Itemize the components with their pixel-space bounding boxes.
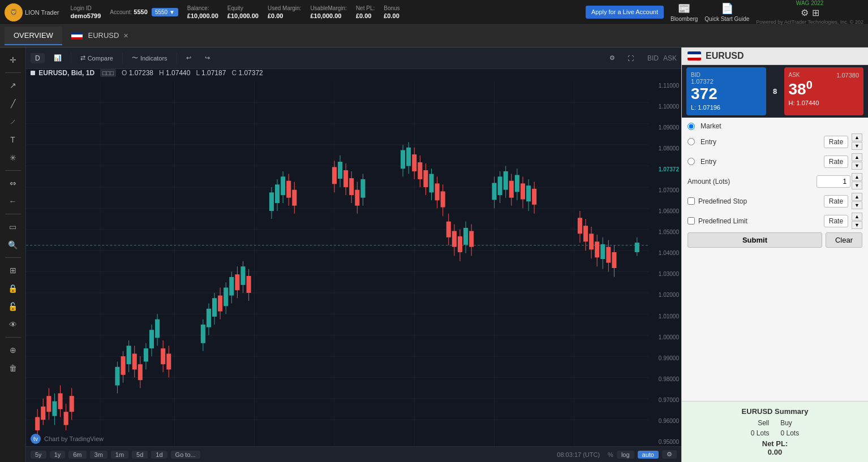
- draw-line-tool[interactable]: ╱: [4, 96, 22, 111]
- goto-button[interactable]: Go to...: [171, 451, 200, 459]
- crosshair-tool[interactable]: ✛: [4, 52, 22, 68]
- indicators-button[interactable]: 〜 Indicators: [127, 52, 172, 64]
- predefined-stop-rate-button[interactable]: Rate: [824, 195, 848, 208]
- undo-button[interactable]: ↩: [182, 53, 196, 63]
- gann-tool[interactable]: ✳: [4, 150, 22, 166]
- period-6m-button[interactable]: 6m: [68, 451, 86, 459]
- instrument-flag: [687, 51, 701, 61]
- quickstart-icon: 📄: [721, 2, 733, 15]
- y-tick: 0.99000: [651, 355, 679, 361]
- svg-rect-131: [509, 181, 514, 198]
- price-boxes: BID 1.07372 372 L: 1.07196 8 ASK 1.07380…: [682, 65, 868, 118]
- period-1y-button[interactable]: 1y: [50, 451, 66, 459]
- y-tick: 0.95000: [651, 439, 679, 445]
- rate2-up-button[interactable]: ▲: [852, 153, 862, 161]
- predefined-limit-rate-button[interactable]: Rate: [824, 215, 848, 227]
- limit-rate-up-button[interactable]: ▲: [852, 213, 862, 221]
- y-tick: 1.10000: [651, 103, 679, 110]
- account-badge[interactable]: 5550 ▼: [152, 8, 178, 16]
- overview-tab[interactable]: OVERVIEW: [5, 27, 62, 45]
- stop-rate-up-button[interactable]: ▲: [852, 193, 862, 201]
- ask-box[interactable]: ASK 1.07380 380 H: 1.07440: [784, 67, 864, 115]
- account-label: Account:: [110, 9, 132, 15]
- auto-button[interactable]: auto: [638, 451, 659, 459]
- svg-rect-83: [286, 181, 291, 198]
- rate2-down-button[interactable]: ▼: [852, 162, 862, 170]
- bid-box[interactable]: BID 1.07372 372 L: 1.07196: [686, 67, 766, 115]
- chart-settings-2-button[interactable]: ⚙: [662, 450, 677, 459]
- entry1-radio[interactable]: [687, 138, 695, 145]
- candle-icon: 📊: [54, 54, 62, 62]
- instrument-header: EURUSD: [682, 48, 868, 65]
- rate1-button[interactable]: Rate: [824, 136, 848, 148]
- back-tool[interactable]: ←: [4, 193, 22, 209]
- market-radio[interactable]: [687, 123, 695, 130]
- ohlc-color-dots: □□□: [100, 69, 116, 77]
- account-group: Login ID demo5799 Account: 5550 5550 ▼ B…: [71, 5, 586, 20]
- measure-tool[interactable]: ⇔: [4, 175, 22, 191]
- net-pl-label: Net PL:: [356, 5, 375, 12]
- layer-tool[interactable]: ⊕: [4, 342, 22, 358]
- used-margin-label: Used Margin:: [268, 5, 301, 12]
- svg-rect-111: [435, 183, 440, 200]
- template-tool[interactable]: ⊞: [4, 262, 22, 278]
- settings-icon[interactable]: ⚙: [801, 7, 809, 18]
- tv-logo: tv: [31, 434, 41, 444]
- bloomberg-button[interactable]: 📰 Bloomberg: [671, 2, 698, 22]
- svg-rect-123: [469, 231, 474, 247]
- eurusd-tab[interactable]: EURUSD ✕: [62, 27, 137, 45]
- y-tick: 1.00000: [651, 334, 679, 340]
- bonus-value: £0.00: [384, 12, 399, 20]
- chart-fullscreen-button[interactable]: ⛶: [623, 53, 638, 63]
- period-5d-button[interactable]: 5d: [132, 451, 148, 459]
- draw-ray-tool[interactable]: ⟋: [4, 114, 22, 129]
- indicators-icon: 〜: [132, 54, 138, 62]
- amount-input[interactable]: [817, 175, 850, 188]
- rate1-up-button[interactable]: ▲: [852, 133, 862, 141]
- unlock-tool[interactable]: 🔓: [4, 299, 22, 314]
- predefined-stop-row: Predefined Stop Rate ▲ ▼: [687, 193, 862, 209]
- log-button[interactable]: log: [617, 451, 634, 459]
- chart-settings-button[interactable]: ⚙: [605, 53, 620, 63]
- quick-start-button[interactable]: 📄 Quick Start Guide: [704, 2, 749, 22]
- rate1-down-button[interactable]: ▼: [852, 142, 862, 150]
- lock-tool[interactable]: 🔒: [4, 280, 22, 296]
- amount-up-button[interactable]: ▲: [852, 173, 862, 181]
- compare-button[interactable]: ⇄ Compare: [76, 53, 118, 63]
- summary-title: EURUSD Summary: [687, 407, 862, 416]
- period-1d-button[interactable]: 1d: [151, 451, 167, 459]
- period-5y-button[interactable]: 5y: [31, 451, 46, 459]
- close-tab-icon[interactable]: ✕: [123, 32, 128, 39]
- ask-label: ASK: [663, 54, 677, 62]
- amount-down-button[interactable]: ▼: [852, 182, 862, 189]
- delete-tool[interactable]: 🗑: [4, 360, 22, 376]
- net-pl-label: Net PL:: [762, 439, 788, 448]
- rate2-button[interactable]: Rate: [824, 156, 848, 168]
- candle-type-button[interactable]: 📊: [49, 53, 66, 63]
- apply-live-button[interactable]: Apply for a Live Account: [586, 6, 664, 18]
- text-tool[interactable]: T: [4, 132, 22, 148]
- summary-panel: EURUSD Summary Sell Buy 0 Lots 0 Lots Ne…: [682, 401, 868, 462]
- submit-button[interactable]: Submit: [687, 232, 822, 248]
- limit-rate-down-button[interactable]: ▼: [852, 221, 862, 229]
- stop-rate-down-button[interactable]: ▼: [852, 201, 862, 209]
- login-id-item: Login ID demo5799: [71, 5, 101, 20]
- predefined-stop-checkbox[interactable]: [687, 197, 695, 205]
- clear-button[interactable]: Clear: [826, 232, 862, 248]
- extra-icon[interactable]: ⊞: [812, 7, 819, 18]
- period-3m-button[interactable]: 3m: [90, 451, 108, 459]
- svg-rect-43: [127, 346, 131, 364]
- draw-rect-tool[interactable]: ▭: [4, 219, 22, 235]
- predefined-limit-checkbox[interactable]: [687, 217, 695, 224]
- eye-tool[interactable]: 👁: [4, 317, 22, 333]
- redo-button[interactable]: ↪: [200, 53, 214, 63]
- arrow-tool[interactable]: ↗: [4, 77, 22, 93]
- period-day-button[interactable]: D: [31, 53, 45, 63]
- order-form: Market Entry Rate ▲ ▼ Entry Rate ▲ ▼: [682, 118, 868, 401]
- svg-rect-155: [635, 243, 639, 252]
- y-tick: 1.08000: [651, 145, 679, 152]
- entry2-radio[interactable]: [687, 158, 695, 165]
- zoom-tool[interactable]: 🔍: [4, 237, 22, 253]
- period-1m-button[interactable]: 1m: [111, 451, 128, 459]
- used-margin-value: £0.00: [268, 12, 301, 20]
